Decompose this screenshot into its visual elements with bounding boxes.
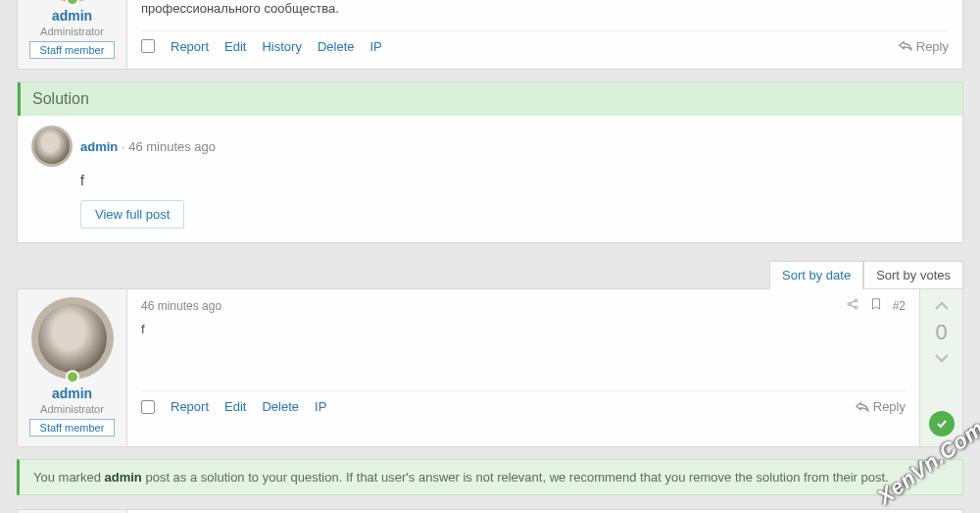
vote-score: 0 — [935, 320, 947, 345]
delete-link[interactable]: Delete — [318, 39, 355, 54]
edit-link[interactable]: Edit — [224, 399, 246, 414]
post-body: Однозначно, элементы политического проце… — [141, 0, 949, 19]
solution-notice: You marked admin post as a solution to y… — [17, 459, 963, 495]
post-body: f — [141, 320, 906, 379]
upvote-button[interactable] — [934, 299, 950, 314]
username-link[interactable]: admin — [24, 8, 121, 24]
user-role: Administrator — [24, 403, 121, 415]
avatar[interactable] — [31, 297, 114, 380]
share-icon[interactable] — [846, 297, 859, 314]
reply-icon — [899, 39, 912, 53]
solution-block: Solution admin · 46 minutes ago f View f… — [17, 81, 963, 243]
solution-check-icon[interactable] — [929, 411, 955, 436]
solution-body: f — [80, 173, 949, 188]
user-role: Administrator — [24, 26, 121, 37]
sort-by-date-tab[interactable]: Sort by date — [769, 261, 863, 289]
sort-tabs: Sort by date Sort by votes — [17, 261, 963, 289]
avatar[interactable] — [31, 0, 114, 2]
solution-username[interactable]: admin — [80, 139, 118, 154]
delete-link[interactable]: Delete — [262, 399, 299, 414]
sort-by-votes-tab[interactable]: Sort by votes — [863, 261, 963, 289]
user-cell: admin Administrator Staff member — [18, 289, 127, 446]
select-checkbox[interactable] — [141, 400, 155, 414]
edit-link[interactable]: Edit — [224, 39, 246, 54]
reply-link[interactable]: Reply — [899, 39, 949, 54]
solution-header: Solution — [18, 82, 962, 116]
ip-link[interactable]: IP — [315, 399, 326, 414]
ip-link[interactable]: IP — [369, 39, 381, 54]
downvote-button[interactable] — [934, 351, 950, 366]
post-timestamp[interactable]: 46 minutes ago — [141, 299, 221, 313]
staff-badge: Staff member — [29, 419, 116, 436]
report-link[interactable]: Report — [171, 399, 209, 414]
reply-icon — [856, 400, 869, 414]
select-checkbox[interactable] — [141, 39, 155, 53]
post-1: admin Administrator Staff member Однозна… — [17, 0, 963, 70]
username-link[interactable]: admin — [24, 385, 121, 401]
bookmark-icon[interactable] — [869, 297, 883, 314]
report-link[interactable]: Report — [171, 39, 209, 54]
solution-timestamp[interactable]: 46 minutes ago — [128, 139, 216, 154]
reply-link[interactable]: Reply — [856, 399, 906, 414]
reply-editor: ⇤ B I TT▾ A▾ 𝒥▾ ⋯ ☰▾ ≡▾ ¶▾ ⋯ 🔗 🖼 ☺ ▣ ❝ ▦ — [17, 509, 963, 513]
vote-column: 0 — [919, 289, 962, 446]
post-2: admin Administrator Staff member 46 minu… — [17, 288, 963, 447]
staff-badge: Staff member — [29, 41, 116, 59]
avatar[interactable] — [31, 126, 73, 167]
post-permalink[interactable]: #2 — [893, 299, 906, 313]
presence-indicator — [66, 370, 79, 384]
view-full-post-button[interactable]: View full post — [80, 200, 184, 229]
history-link[interactable]: History — [262, 39, 301, 54]
presence-indicator — [66, 0, 79, 6]
user-cell: admin Administrator Staff member — [18, 0, 127, 69]
